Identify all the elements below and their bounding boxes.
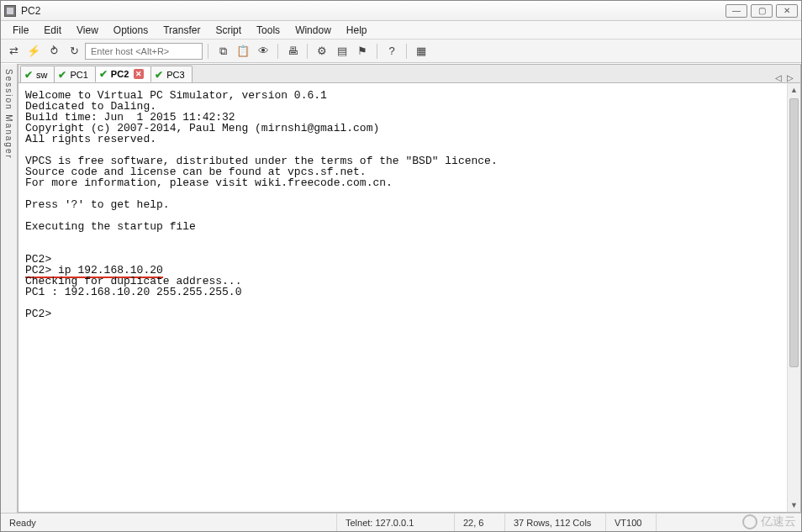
mark-icon[interactable]: ⚑ bbox=[353, 42, 372, 61]
misc-icon[interactable]: ▦ bbox=[412, 42, 430, 61]
scroll-down-icon[interactable]: ▼ bbox=[788, 498, 800, 512]
menu-options[interactable]: Options bbox=[107, 23, 155, 38]
maximize-button[interactable]: ▢ bbox=[751, 4, 773, 18]
tab-prev-icon[interactable]: ◁ bbox=[775, 73, 782, 82]
status-termtype: VT100 bbox=[606, 514, 657, 531]
toolbar-separator bbox=[377, 44, 377, 59]
toolbar-separator bbox=[208, 44, 208, 59]
close-tab-icon[interactable]: ✕ bbox=[134, 69, 144, 79]
check-icon: ✔ bbox=[99, 68, 108, 80]
tab-sw[interactable]: ✔ sw bbox=[20, 66, 55, 82]
copy-icon[interactable]: ⧉ bbox=[214, 42, 232, 61]
check-icon: ✔ bbox=[24, 69, 33, 81]
toolbar-separator bbox=[277, 44, 278, 59]
workspace: Session Manager ✔ sw ✔ PC1 ✔ PC2 ✕ ✔ PC3 bbox=[1, 63, 801, 513]
close-button[interactable]: ✕ bbox=[776, 4, 798, 18]
gear-icon[interactable]: ⚙ bbox=[313, 42, 331, 61]
status-size: 37 Rows, 112 Cols bbox=[505, 514, 606, 531]
tab-pc3[interactable]: ✔ PC3 bbox=[150, 66, 192, 82]
titlebar: PC2 — ▢ ✕ bbox=[1, 1, 801, 21]
tab-label: PC1 bbox=[70, 70, 87, 80]
tab-pc2[interactable]: ✔ PC2 ✕ bbox=[95, 66, 151, 82]
vertical-scrollbar[interactable]: ▲ ▼ bbox=[787, 83, 800, 512]
session-manager-label: Session Manager bbox=[4, 69, 13, 160]
watermark-text: 亿速云 bbox=[761, 514, 796, 529]
menu-script[interactable]: Script bbox=[208, 23, 248, 38]
window-title: PC2 bbox=[21, 5, 722, 17]
watermark-icon bbox=[742, 514, 757, 529]
menu-file[interactable]: File bbox=[6, 23, 35, 38]
menu-tools[interactable]: Tools bbox=[250, 23, 287, 38]
toolbar: ⇄ ⚡ ⥁ ↻ ⧉ 📋 👁 🖶 ⚙ ▤ ⚑ ? ▦ bbox=[1, 40, 801, 63]
menu-window[interactable]: Window bbox=[288, 23, 338, 38]
check-icon: ✔ bbox=[155, 69, 163, 81]
session-manager-panel[interactable]: Session Manager bbox=[1, 64, 18, 513]
status-cursor: 22, 6 bbox=[455, 514, 505, 531]
disconnect-icon[interactable]: ⥁ bbox=[45, 42, 63, 61]
print-icon[interactable]: 🖶 bbox=[283, 42, 302, 61]
find-icon[interactable]: 👁 bbox=[254, 42, 272, 61]
reconnect-icon[interactable]: ⇄ bbox=[4, 42, 23, 61]
menu-help[interactable]: Help bbox=[340, 23, 374, 38]
menu-view[interactable]: View bbox=[70, 23, 105, 38]
toolbar-separator bbox=[307, 44, 308, 59]
scroll-up-icon[interactable]: ▲ bbox=[788, 83, 800, 97]
toolbar-separator bbox=[406, 44, 407, 59]
reconnect2-icon[interactable]: ↻ bbox=[65, 42, 83, 61]
tab-pc1[interactable]: ✔ PC1 bbox=[54, 66, 95, 82]
tab-label: PC3 bbox=[166, 70, 184, 80]
tabstrip: ✔ sw ✔ PC1 ✔ PC2 ✕ ✔ PC3 ◁ ▷ bbox=[18, 65, 800, 83]
tab-label: sw bbox=[36, 70, 47, 80]
check-icon: ✔ bbox=[58, 69, 66, 81]
paste-icon[interactable]: 📋 bbox=[234, 42, 252, 61]
menu-transfer[interactable]: Transfer bbox=[156, 23, 207, 38]
tab-next-icon[interactable]: ▷ bbox=[787, 73, 794, 82]
watermark: 亿速云 bbox=[742, 514, 796, 529]
status-ready: Ready bbox=[1, 514, 337, 531]
props-icon[interactable]: ▤ bbox=[333, 42, 351, 61]
help-icon[interactable]: ? bbox=[383, 42, 401, 61]
tab-nav: ◁ ▷ bbox=[775, 73, 800, 82]
status-connection: Telnet: 127.0.0.1 bbox=[337, 514, 455, 531]
terminal[interactable]: Welcome to Virtual PC Simulator, version… bbox=[18, 83, 787, 512]
bolt-icon[interactable]: ⚡ bbox=[24, 42, 43, 61]
host-input[interactable] bbox=[85, 43, 203, 60]
tab-label: PC2 bbox=[111, 69, 129, 79]
menu-edit[interactable]: Edit bbox=[37, 23, 68, 38]
menubar: File Edit View Options Transfer Script T… bbox=[1, 21, 801, 40]
statusbar: Ready Telnet: 127.0.0.1 22, 6 37 Rows, 1… bbox=[1, 513, 801, 531]
terminal-wrap: Welcome to Virtual PC Simulator, version… bbox=[18, 83, 800, 512]
minimize-button[interactable]: — bbox=[725, 4, 747, 18]
app-icon bbox=[4, 5, 16, 17]
content-column: ✔ sw ✔ PC1 ✔ PC2 ✕ ✔ PC3 ◁ ▷ Welc bbox=[18, 64, 801, 513]
scroll-thumb[interactable] bbox=[789, 98, 799, 367]
